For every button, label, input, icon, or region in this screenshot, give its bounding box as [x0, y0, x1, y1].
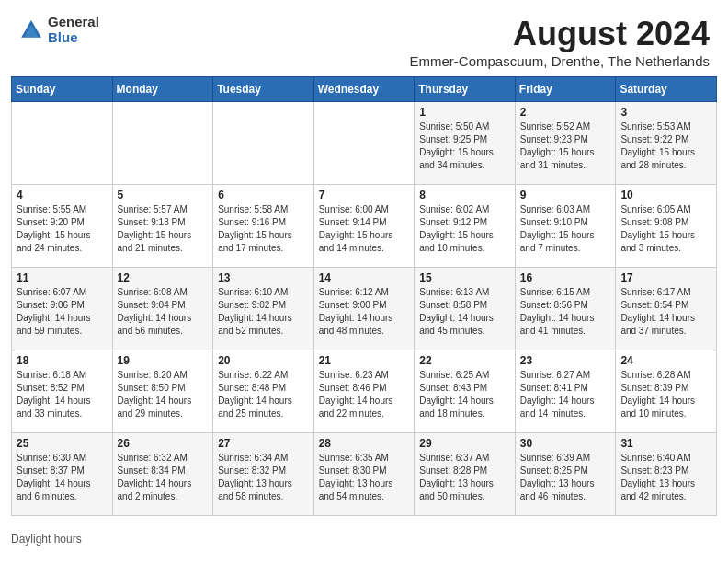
cell-content: Sunrise: 6:25 AM Sunset: 8:43 PM Dayligh… — [419, 369, 510, 420]
cell-content: Sunrise: 5:52 AM Sunset: 9:23 PM Dayligh… — [520, 121, 611, 172]
week-row-1: 4Sunrise: 5:55 AM Sunset: 9:20 PM Daylig… — [12, 185, 717, 268]
calendar-body: 1Sunrise: 5:50 AM Sunset: 9:25 PM Daylig… — [12, 102, 717, 516]
day-number: 13 — [218, 271, 309, 284]
day-number: 10 — [620, 189, 711, 201]
day-number: 2 — [520, 106, 611, 119]
calendar-cell: 3Sunrise: 5:53 AM Sunset: 9:22 PM Daylig… — [616, 102, 717, 185]
calendar-cell — [112, 102, 213, 185]
calendar-cell: 1Sunrise: 5:50 AM Sunset: 9:25 PM Daylig… — [415, 102, 516, 185]
header-cell-tuesday: Tuesday — [213, 77, 314, 102]
cell-content: Sunrise: 6:28 AM Sunset: 8:39 PM Dayligh… — [620, 369, 711, 420]
day-number: 18 — [17, 354, 108, 367]
cell-content: Sunrise: 6:37 AM Sunset: 8:28 PM Dayligh… — [419, 452, 510, 503]
cell-content: Sunrise: 5:58 AM Sunset: 9:16 PM Dayligh… — [218, 203, 309, 255]
day-number: 17 — [620, 271, 711, 284]
day-number: 25 — [17, 437, 108, 450]
week-row-2: 11Sunrise: 6:07 AM Sunset: 9:06 PM Dayli… — [12, 268, 717, 350]
daylight-footer: Daylight hours — [0, 527, 728, 551]
calendar-cell: 14Sunrise: 6:12 AM Sunset: 9:00 PM Dayli… — [313, 268, 415, 350]
day-number: 15 — [419, 271, 510, 284]
calendar-cell: 8Sunrise: 6:02 AM Sunset: 9:12 PM Daylig… — [415, 185, 516, 268]
calendar-cell: 18Sunrise: 6:18 AM Sunset: 8:52 PM Dayli… — [12, 350, 113, 433]
calendar-cell: 9Sunrise: 6:03 AM Sunset: 9:10 PM Daylig… — [515, 185, 616, 268]
calendar-header: SundayMondayTuesdayWednesdayThursdayFrid… — [12, 77, 717, 102]
cell-content: Sunrise: 5:57 AM Sunset: 9:18 PM Dayligh… — [118, 203, 209, 255]
calendar-cell: 28Sunrise: 6:35 AM Sunset: 8:30 PM Dayli… — [313, 433, 415, 516]
calendar-cell: 23Sunrise: 6:27 AM Sunset: 8:41 PM Dayli… — [515, 350, 616, 433]
logo-general: General — [48, 15, 99, 30]
day-number: 4 — [17, 189, 108, 201]
calendar-cell: 22Sunrise: 6:25 AM Sunset: 8:43 PM Dayli… — [415, 350, 516, 433]
cell-content: Sunrise: 6:20 AM Sunset: 8:50 PM Dayligh… — [118, 369, 209, 420]
day-number: 3 — [620, 106, 711, 119]
cell-content: Sunrise: 6:13 AM Sunset: 8:58 PM Dayligh… — [419, 286, 510, 338]
header-cell-wednesday: Wednesday — [313, 77, 415, 102]
cell-content: Sunrise: 6:32 AM Sunset: 8:34 PM Dayligh… — [118, 452, 209, 503]
week-row-0: 1Sunrise: 5:50 AM Sunset: 9:25 PM Daylig… — [12, 102, 717, 185]
calendar-cell: 20Sunrise: 6:22 AM Sunset: 8:48 PM Dayli… — [213, 350, 314, 433]
logo: General Blue — [18, 15, 99, 45]
calendar-cell — [12, 102, 113, 185]
header-cell-monday: Monday — [112, 77, 213, 102]
day-number: 7 — [319, 189, 410, 201]
day-number: 11 — [17, 271, 108, 284]
cell-content: Sunrise: 6:35 AM Sunset: 8:30 PM Dayligh… — [319, 452, 410, 503]
calendar-table: SundayMondayTuesdayWednesdayThursdayFrid… — [11, 76, 717, 516]
cell-content: Sunrise: 6:27 AM Sunset: 8:41 PM Dayligh… — [520, 369, 611, 420]
location: Emmer-Compascuum, Drenthe, The Netherlan… — [409, 53, 710, 69]
cell-content: Sunrise: 6:34 AM Sunset: 8:32 PM Dayligh… — [218, 452, 309, 503]
calendar-cell: 26Sunrise: 6:32 AM Sunset: 8:34 PM Dayli… — [112, 433, 213, 516]
cell-content: Sunrise: 5:50 AM Sunset: 9:25 PM Dayligh… — [419, 121, 510, 172]
cell-content: Sunrise: 6:03 AM Sunset: 9:10 PM Dayligh… — [520, 203, 611, 255]
cell-content: Sunrise: 5:53 AM Sunset: 9:22 PM Dayligh… — [620, 121, 711, 172]
day-number: 9 — [520, 189, 611, 201]
cell-content: Sunrise: 6:18 AM Sunset: 8:52 PM Dayligh… — [17, 369, 108, 420]
calendar-cell: 17Sunrise: 6:17 AM Sunset: 8:54 PM Dayli… — [616, 268, 717, 350]
day-number: 24 — [620, 354, 711, 367]
cell-content: Sunrise: 6:00 AM Sunset: 9:14 PM Dayligh… — [319, 203, 410, 255]
day-number: 30 — [520, 437, 611, 450]
day-number: 26 — [118, 437, 209, 450]
cell-content: Sunrise: 6:12 AM Sunset: 9:00 PM Dayligh… — [319, 286, 410, 338]
calendar-container: SundayMondayTuesdayWednesdayThursdayFrid… — [0, 76, 728, 527]
day-number: 23 — [520, 354, 611, 367]
calendar-cell: 29Sunrise: 6:37 AM Sunset: 8:28 PM Dayli… — [415, 433, 516, 516]
day-number: 6 — [218, 189, 309, 201]
calendar-cell: 4Sunrise: 5:55 AM Sunset: 9:20 PM Daylig… — [12, 185, 113, 268]
cell-content: Sunrise: 6:30 AM Sunset: 8:37 PM Dayligh… — [17, 452, 108, 503]
calendar-cell — [313, 102, 415, 185]
logo-text: General Blue — [48, 15, 99, 45]
cell-content: Sunrise: 6:40 AM Sunset: 8:23 PM Dayligh… — [620, 452, 711, 503]
calendar-cell: 27Sunrise: 6:34 AM Sunset: 8:32 PM Dayli… — [213, 433, 314, 516]
cell-content: Sunrise: 6:22 AM Sunset: 8:48 PM Dayligh… — [218, 369, 309, 420]
day-number: 21 — [319, 354, 410, 367]
calendar-cell: 31Sunrise: 6:40 AM Sunset: 8:23 PM Dayli… — [616, 433, 717, 516]
logo-icon — [18, 17, 44, 43]
day-number: 28 — [319, 437, 410, 450]
logo-blue: Blue — [48, 30, 99, 46]
header-cell-friday: Friday — [515, 77, 616, 102]
calendar-cell: 12Sunrise: 6:08 AM Sunset: 9:04 PM Dayli… — [112, 268, 213, 350]
cell-content: Sunrise: 6:39 AM Sunset: 8:25 PM Dayligh… — [520, 452, 611, 503]
calendar-cell — [213, 102, 314, 185]
month-title: August 2024 — [409, 15, 710, 53]
calendar-cell: 11Sunrise: 6:07 AM Sunset: 9:06 PM Dayli… — [12, 268, 113, 350]
calendar-cell: 19Sunrise: 6:20 AM Sunset: 8:50 PM Dayli… — [112, 350, 213, 433]
calendar-cell: 10Sunrise: 6:05 AM Sunset: 9:08 PM Dayli… — [616, 185, 717, 268]
day-number: 14 — [319, 271, 410, 284]
calendar-cell: 6Sunrise: 5:58 AM Sunset: 9:16 PM Daylig… — [213, 185, 314, 268]
header-cell-thursday: Thursday — [415, 77, 516, 102]
cell-content: Sunrise: 6:23 AM Sunset: 8:46 PM Dayligh… — [319, 369, 410, 420]
cell-content: Sunrise: 6:07 AM Sunset: 9:06 PM Dayligh… — [17, 286, 108, 338]
calendar-cell: 2Sunrise: 5:52 AM Sunset: 9:23 PM Daylig… — [515, 102, 616, 185]
day-number: 19 — [118, 354, 209, 367]
cell-content: Sunrise: 6:17 AM Sunset: 8:54 PM Dayligh… — [620, 286, 711, 338]
day-number: 12 — [118, 271, 209, 284]
calendar-cell: 13Sunrise: 6:10 AM Sunset: 9:02 PM Dayli… — [213, 268, 314, 350]
week-row-3: 18Sunrise: 6:18 AM Sunset: 8:52 PM Dayli… — [12, 350, 717, 433]
calendar-cell: 16Sunrise: 6:15 AM Sunset: 8:56 PM Dayli… — [515, 268, 616, 350]
day-number: 22 — [419, 354, 510, 367]
day-number: 16 — [520, 271, 611, 284]
cell-content: Sunrise: 6:10 AM Sunset: 9:02 PM Dayligh… — [218, 286, 309, 338]
day-number: 8 — [419, 189, 510, 201]
